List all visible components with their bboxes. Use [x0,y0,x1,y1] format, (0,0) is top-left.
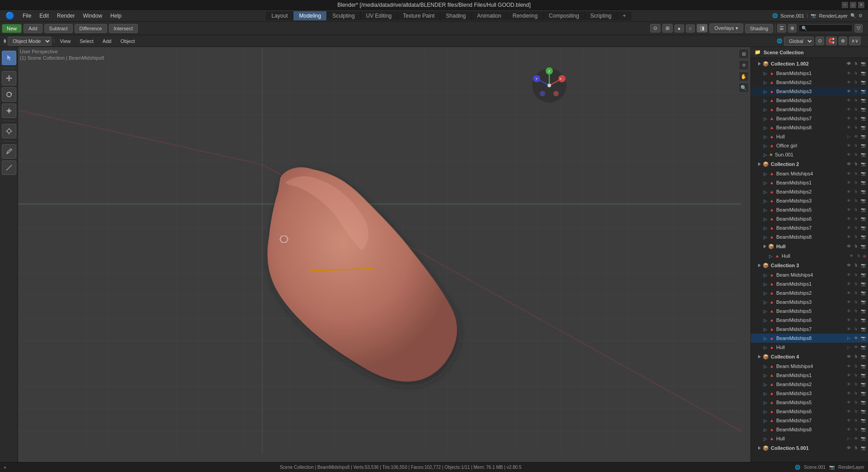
item3-render[interactable]: 📷 [860,88,866,94]
item-c2-bm6[interactable]: ▷🔺 BeamMidships6 👁🖱📷 [751,214,868,223]
item-c3-bm7[interactable]: ▷🔺BeamMidships7👁🖱📷 [751,325,868,334]
tool-move[interactable] [2,71,16,85]
header-options-icon[interactable]: ⚙ [859,13,863,18]
intersect-button[interactable]: Intersect [109,24,138,33]
viewport-shading-btn[interactable]: Shading [745,24,773,33]
item2-cursor[interactable]: 🖱 [853,79,859,85]
minimize-button[interactable]: − [842,2,848,8]
item-c2-bm3[interactable]: ▷🔺 BeamMidships3 👁🖱📷 [751,196,868,205]
tab-rendering[interactable]: Rendering [507,11,543,20]
item5-render[interactable]: 📷 [860,97,866,104]
menu-file[interactable]: File [19,12,35,20]
tool-annotate[interactable] [2,144,16,159]
close-button[interactable]: × [858,2,864,8]
maximize-button[interactable]: □ [850,2,856,8]
item-c4-bm3[interactable]: ▷🔺BeamMidships3👁🖱📷 [751,389,868,398]
tab-layout[interactable]: Layout [266,11,293,20]
item-c3-bm5[interactable]: ▷🔺BeamMidships5👁🖱📷 [751,307,868,316]
item-c3-hull[interactable]: ▷🔺Hull▷👁📷 [751,343,868,352]
item-beammidships1[interactable]: ▷ 🔺 BeamMidships1 👁 🖱 📷 [751,69,868,78]
viewport-move-btn[interactable]: ✋ [739,71,749,81]
menu-window[interactable]: Window [79,12,106,20]
item2-eye[interactable]: 👁 [845,79,852,85]
item-c3-bm8-selected[interactable]: ▷ 🔺 BeamMidships8 ▷ 👁 📷 [751,334,868,343]
item-c2-bm5[interactable]: ▷🔺 BeamMidships5 👁🖱📷 [751,205,868,214]
viewport-icon-dot2[interactable]: ○ [686,24,695,33]
proportional-btn[interactable]: ⊕ [839,37,847,45]
item-c4-hull[interactable]: ▷🔺Hull▷👁📷 [751,434,868,443]
item-beammidships5[interactable]: ▷ 🔺 BeamMidships5 👁 🖱 📷 [751,96,868,105]
col1-restrict-render[interactable]: 📷 [860,61,866,67]
collection-5-header[interactable]: 📦 Collection 5.001 👁 🖱 📷 [751,443,868,453]
status-scene[interactable]: Scene.001 [804,465,826,470]
header-search-icon[interactable]: 🔍 [850,13,856,18]
item-sun001[interactable]: ▷ ☀ Sun.001 👁 🖱 📷 [751,150,868,159]
subtract-button[interactable]: Subtract [44,24,73,33]
viewport-zoom-btn[interactable]: 🔍 [739,83,749,93]
tool-select[interactable] [2,51,16,65]
item-c4-bm6[interactable]: ▷🔺BeamMidships6👁🖱📷 [751,407,868,416]
pivot-btn[interactable]: ⊙ [816,37,824,45]
item-c2-bm2[interactable]: ▷🔺 BeamMidships2 👁🖱📷 [751,187,868,196]
add-button[interactable]: Add [24,24,42,33]
item-c4-bm7[interactable]: ▷🔺BeamMidships7👁🖱📷 [751,416,868,425]
view-menu[interactable]: View [57,38,75,45]
header-scene-name[interactable]: Scene.001 [780,13,804,19]
item2-render[interactable]: 📷 [860,79,866,85]
item-c4-bm8[interactable]: ▷🔺BeamMidships8👁🖱📷 [751,425,868,434]
item5-eye[interactable]: 👁 [845,97,852,104]
menu-render[interactable]: Render [53,12,78,20]
select-menu[interactable]: Select [76,38,97,45]
status-render-layer[interactable]: RenderLayer [838,465,864,470]
item-c4-bm2[interactable]: ▷🔺BeamMidships2👁🖱📷 [751,380,868,389]
difference-button[interactable]: Difference [75,24,107,33]
item-eye[interactable]: 👁 [845,70,852,76]
item-c3-bm2[interactable]: ▷🔺BeamMidships2👁🖱📷 [751,288,868,297]
item-c3-bm4[interactable]: ▷🔺Beam Midships4👁🖱📷 [751,270,868,279]
item-beammidships7[interactable]: ▷ 🔺 BeamMidships7 👁 🖱 📷 [751,114,868,123]
collection-4-header[interactable]: 📦 Collection 4 👁 🖱 📷 [751,352,868,362]
tab-add[interactable]: + [618,11,632,20]
item-c2-beammidships4[interactable]: ▷ 🔺 Beam Midships4 👁 🖱 📷 [751,169,868,178]
mode-selector[interactable]: Object Mode [8,37,52,46]
menu-help[interactable]: Help [107,12,125,20]
viewport-icon-grid[interactable]: ⊞ [662,24,673,33]
viewport-cursor-btn[interactable]: ✛ [739,60,749,70]
tab-sculpting[interactable]: Sculpting [327,11,360,20]
col1-restrict-select[interactable]: 🖱 [853,61,859,67]
viewport-icon-dot1[interactable]: ● [675,24,684,33]
outliner-content[interactable]: 📦 Collection 1.002 👁 🖱 📷 ▷ 🔺 BeamMidship… [751,58,868,462]
item-hull-sub[interactable]: ▷ 🔺 Hull 👁 🖱 ⊕ [751,251,868,260]
item-c2-bm7[interactable]: ▷🔺 BeamMidships7 👁🖱📷 [751,223,868,232]
menu-edit[interactable]: Edit [36,12,52,20]
tab-modeling[interactable]: Modeling [293,11,327,20]
item-beammidships2[interactable]: ▷ 🔺 BeamMidships2 👁 🖱 📷 [751,78,868,87]
object-menu[interactable]: Object [117,38,138,45]
item-officegirl[interactable]: ▷ 🔺 Office girl 👁 🖱 📷 [751,141,868,150]
tab-uv-editing[interactable]: UV Editing [361,11,398,20]
item-beammidships3[interactable]: ▷ 🔺 BeamMidships3 👁 🖱 📷 [751,87,868,96]
collection-1-header[interactable]: 📦 Collection 1.002 👁 🖱 📷 [751,59,868,69]
tab-texture-paint[interactable]: Texture Paint [397,11,440,20]
viewport-grid-btn[interactable]: ⊞ [739,49,749,59]
item-c4-bm1[interactable]: ▷🔺BeamMidships1👁🖱📷 [751,371,868,380]
item3-cursor[interactable]: 🖱 [853,88,859,94]
tab-shading[interactable]: Shading [440,11,472,20]
tab-animation[interactable]: Animation [472,11,507,20]
item-c3-bm6[interactable]: ▷🔺BeamMidships6👁🖱📷 [751,316,868,325]
hull-special-icon[interactable]: ⊕ [863,254,866,259]
tool-transform[interactable] [2,124,16,138]
item-beammidships6[interactable]: ▷ 🔺 BeamMidships6 👁 🖱 📷 [751,105,868,114]
viewport-icon-solid[interactable]: ◨ [697,24,708,33]
viewport-overlays-btn[interactable]: Overlays ▾ [709,24,743,33]
item-c2-bm8[interactable]: ▷🔺 BeamMidships8 👁🖱📷 [751,232,868,241]
collection-hull-header[interactable]: 📦 Hull 👁 🖱 📷 [751,241,868,251]
item-c3-bm3[interactable]: ▷🔺BeamMidships3👁🖱📷 [751,297,868,307]
col1-restrict-viewport[interactable]: 👁 [845,61,852,67]
item3-eye[interactable]: 👁 [845,88,852,94]
header-render-layer[interactable]: RenderLayer [819,13,848,19]
item-cursor[interactable]: 🖱 [853,70,859,76]
item5-cursor[interactable]: 🖱 [853,97,859,104]
filter-button[interactable]: ▽ [854,24,863,33]
outliner-search-top[interactable] [798,24,853,32]
